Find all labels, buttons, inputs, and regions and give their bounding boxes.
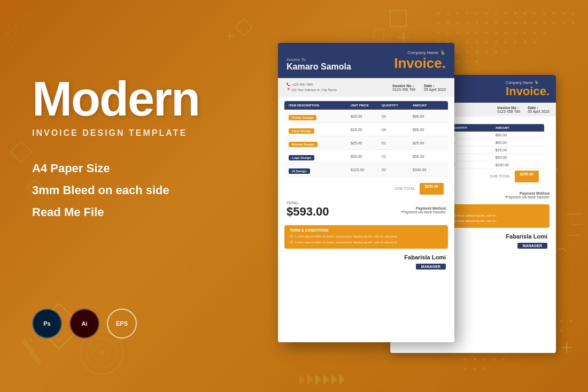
invoice-number-field: Invoice No : 0123 456 789 (392, 84, 415, 91)
total-section: TOTAL $593.00 Payment Method *Payment vi… (278, 197, 454, 223)
inv-header: Invoice To Kamaro Samola Company Name 🦜 … (278, 43, 454, 78)
back-inv-title-block: Company Name 🦜 Invoice. (506, 80, 550, 98)
table-row: Banner Design $25.00 01 $25.00 (284, 136, 448, 150)
table-header: ITEM DESCRIPTION UNIT PRICE QUANTITY AMO… (284, 101, 448, 110)
ps-label: Ps (43, 320, 50, 327)
payment-method: Payment Method *Payment via bank transfe… (401, 206, 446, 214)
invoice-cards-container: Company Name 🦜 Invoice. Invoice No : 012… (278, 32, 556, 364)
back-date-field: Date : 05 April 2023 (528, 106, 550, 113)
inv-table: ITEM DESCRIPTION UNIT PRICE QUANTITY AMO… (284, 101, 448, 176)
table-row: Flyer Design $15.00 04 $60.00 (284, 123, 448, 136)
inv-title-block: Company Name 🦜 Invoice. (394, 50, 446, 72)
subtotal-row: SUB TOTAL $250.00 (284, 181, 448, 197)
inv-contact: 📞 +123-456-7890 📍 123 Your Address In, C… (287, 82, 337, 93)
invoice-card-front: Invoice To Kamaro Samola Company Name 🦜 … (278, 43, 454, 342)
subtitle: INVOICE DESIGN TEMPLATE (32, 128, 235, 138)
main-title: Modern (32, 75, 235, 123)
table-row: Poster Design $20.00 04 $80.00 (284, 110, 448, 123)
invoice-date-field: Date : 05 April 2023 (424, 84, 446, 91)
back-invoice-title: Invoice. (506, 84, 550, 98)
ai-label: Ai (82, 320, 88, 327)
invoice-title: Invoice. (394, 55, 446, 72)
feature-item-3: Read Me File (32, 203, 235, 221)
inv-to-block: Invoice To Kamaro Samola (287, 57, 351, 72)
inv-number-date: Invoice No : 0123 456 789 Date : 05 Apri… (392, 84, 446, 91)
signature-section: Fabarisla Lomi MANAGER (278, 251, 454, 275)
eps-badge: EPS (107, 309, 137, 339)
eps-label: EPS (116, 320, 128, 327)
left-content-area: Modern INVOICE DESIGN TEMPLATE A4 Paper … (32, 75, 235, 225)
back-company-name: Company Name 🦜 (506, 80, 550, 84)
company-name: Company Name 🦜 (394, 50, 446, 55)
software-badges: Ps Ai EPS (32, 309, 137, 339)
inv-info-row: 📞 +123-456-7890 📍 123 Your Address In, C… (278, 78, 454, 97)
illustrator-badge: Ai (69, 309, 99, 339)
terms-section: TERM & CONDITIONS ☑ Lorem ipsum dolor si… (284, 225, 448, 249)
table-row: Logo Design $50.00 01 $50.00 (284, 150, 448, 163)
feature-item-1: A4 Paper Size (32, 159, 235, 177)
features-list: A4 Paper Size 3mm Bleed on each side Rea… (32, 159, 235, 221)
feature-item-2: 3mm Bleed on each side (32, 181, 235, 199)
total-block: TOTAL $593.00 (287, 201, 329, 219)
photoshop-badge: Ps (32, 309, 62, 339)
table-row: UI Design $120.00 02 $240.00 (284, 163, 448, 176)
back-inv-no-field: Invoice No : 0123 456 789 (497, 106, 520, 113)
